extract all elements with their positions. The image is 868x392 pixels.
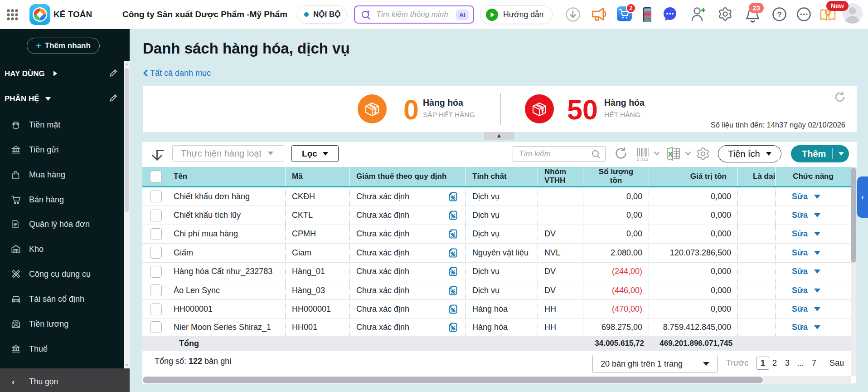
svg-text:X: X (668, 150, 673, 158)
svg-text:?: ? (777, 10, 781, 19)
svg-text:3: 3 (640, 157, 643, 161)
svg-text:$: $ (15, 320, 17, 324)
svg-text:1: 1 (643, 157, 645, 161)
svg-text:2: 2 (637, 157, 639, 161)
svg-text:2: 2 (646, 157, 648, 161)
